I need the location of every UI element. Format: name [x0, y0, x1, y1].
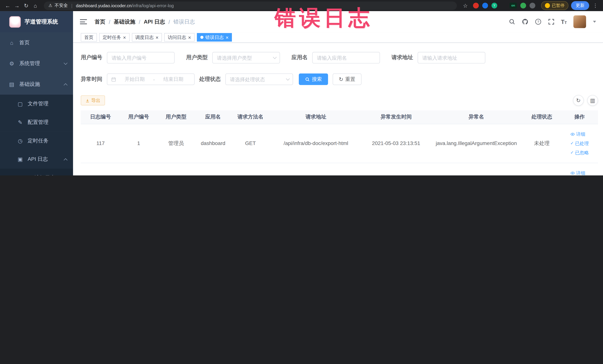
close-icon[interactable]: ×	[226, 35, 229, 40]
tags-view: 首页 定时任务 × 调度日志 × 访问日志 × 错误日志 ×	[73, 32, 603, 43]
col-request-url: 请求地址	[270, 110, 362, 124]
column-settings-button[interactable]: ▥	[587, 95, 598, 106]
sidebar-item-label: 首页	[19, 39, 30, 46]
tab-home[interactable]: 首页	[81, 33, 97, 42]
extension-icon-blue[interactable]	[482, 3, 488, 9]
cell-status: 未处理	[522, 124, 561, 163]
mark-processed-link[interactable]: ✓ 已处理	[570, 139, 589, 148]
tab-access-log[interactable]: 访问日志 ×	[164, 33, 195, 42]
github-icon[interactable]	[522, 19, 528, 25]
operations-cell: 详细 ✓ 已处理 ✓ 已忽略	[561, 124, 598, 163]
extension-icon-green-y[interactable]: Y	[491, 3, 497, 9]
collapse-menu-icon[interactable]	[80, 19, 87, 24]
extension-icon-red[interactable]	[473, 3, 479, 9]
sidebar-item-home[interactable]: ⌂ 首页	[0, 32, 73, 53]
col-exception-time: 异常发生时间	[362, 110, 430, 124]
tab-schedule-log[interactable]: 调度日志 ×	[132, 33, 162, 42]
process-status-select[interactable]	[225, 73, 293, 85]
sidebar: 芋道管理系统 ⌂ 首页 ⚙ 系统管理 ▤ 基础设施 ▢ 文件管理 ✎	[0, 11, 73, 176]
sidebar-item-scheduled-tasks[interactable]: ◷ 定时任务	[0, 132, 73, 150]
exception-time-range-picker[interactable]: 开始日期 - 结束日期	[107, 73, 195, 85]
home-icon: ⌂	[9, 40, 15, 46]
app-name-input[interactable]	[312, 52, 380, 63]
sidebar-item-infrastructure[interactable]: ▤ 基础设施	[0, 74, 73, 94]
mark-ignored-link[interactable]: ✓ 已忽略	[570, 148, 589, 157]
cell-method: GET	[231, 124, 270, 163]
page-url: dashboard.yudao.iocoder.cn/infra/log/api…	[76, 3, 174, 8]
close-icon[interactable]: ×	[188, 35, 191, 40]
breadcrumb-separator: /	[139, 19, 140, 25]
sidebar-item-system-management[interactable]: ⚙ 系统管理	[0, 53, 73, 74]
extensions-cluster: Y on	[473, 3, 535, 9]
extension-icon-grid[interactable]	[501, 3, 506, 8]
cell-exception-name: java.lang.IllegalArgumentException	[430, 124, 522, 163]
back-button[interactable]: ←	[3, 1, 12, 10]
export-button[interactable]: 导出	[81, 95, 105, 106]
logo-rabbit-avatar	[9, 16, 21, 27]
reset-button[interactable]: ↻ 重置	[333, 73, 361, 85]
sidebar-item-file-management[interactable]: ▢ 文件管理	[0, 94, 73, 113]
close-icon[interactable]: ×	[123, 35, 126, 40]
reload-button[interactable]: ↻	[22, 1, 31, 10]
detail-link[interactable]: 详细	[570, 169, 585, 176]
extension-icon-gray[interactable]	[530, 3, 535, 9]
filter-label: 异常时间	[81, 76, 102, 83]
profile-paused-badge[interactable]: 已暂停	[541, 1, 568, 10]
breadcrumb-item[interactable]: 基础设施	[114, 18, 135, 25]
paused-label: 已暂停	[552, 3, 564, 9]
forward-button[interactable]: →	[12, 1, 22, 10]
main-area: 首页 / 基础设施 / API 日志 / 错误日志 ?	[73, 11, 603, 176]
start-date-placeholder[interactable]: 开始日期	[118, 76, 152, 83]
tab-error-log[interactable]: 错误日志 ×	[197, 33, 232, 42]
breadcrumb-item[interactable]: API 日志	[144, 18, 165, 25]
search-button[interactable]: 搜索	[299, 73, 328, 85]
address-bar[interactable]: ⚠ 不安全 | dashboard.yudao.iocoder.cn/infra…	[44, 1, 457, 10]
refresh-table-button[interactable]: ↻	[573, 95, 584, 106]
extension-icon-on-badge[interactable]: on	[510, 3, 517, 9]
tab-label: 错误日志	[205, 34, 224, 41]
close-icon[interactable]: ×	[156, 35, 159, 40]
sidebar-item-label: API 日志	[28, 156, 48, 163]
request-url-input[interactable]	[418, 52, 485, 63]
refresh-icon: ↻	[339, 77, 343, 82]
user-type-select[interactable]	[212, 52, 280, 63]
filter-label: 处理状态	[199, 76, 221, 83]
bookmark-star-icon[interactable]: ☆	[461, 1, 470, 10]
page-content: 用户编号 用户类型 应用名 请求	[73, 43, 603, 176]
breadcrumb-item[interactable]: 首页	[94, 18, 105, 25]
col-status: 处理状态	[522, 110, 561, 124]
col-log-id: 日志编号	[81, 110, 120, 124]
end-date-placeholder[interactable]: 结束日期	[156, 76, 190, 83]
filter-process-status: 处理状态	[199, 73, 293, 85]
tab-scheduled-tasks[interactable]: 定时任务 ×	[99, 33, 129, 42]
user-id-input[interactable]	[107, 52, 175, 63]
security-label[interactable]: 不安全	[55, 3, 68, 9]
detail-link[interactable]: 详细	[570, 130, 585, 138]
browser-chrome-bar: ← → ↻ ⌂ ⚠ 不安全 | dashboard.yudao.iocoder.…	[0, 0, 603, 11]
chrome-menu-icon[interactable]: ⋮	[591, 1, 600, 10]
extension-icon-leaf[interactable]	[520, 3, 526, 9]
app-logo[interactable]: 芋道管理系统	[0, 11, 73, 32]
tab-label: 首页	[84, 34, 93, 41]
font-size-icon[interactable]: TT	[561, 19, 567, 25]
sidebar-item-api-logs[interactable]: ▣ API 日志	[0, 150, 73, 169]
home-button[interactable]: ⌂	[31, 1, 40, 10]
svg-text:?: ?	[537, 20, 539, 24]
eye-icon	[570, 171, 575, 175]
eye-icon	[570, 132, 575, 137]
search-icon[interactable]	[509, 19, 515, 25]
fullscreen-icon[interactable]	[548, 19, 555, 25]
cell-app-name: dashboard	[195, 124, 231, 163]
help-icon[interactable]: ?	[535, 19, 541, 25]
operations-cell: 详细 ✓ 已处理 ✓ 已忽略	[561, 163, 598, 176]
clock-icon: ◷	[17, 138, 23, 144]
filter-request-url: 请求地址	[392, 52, 485, 63]
tab-label: 定时任务	[103, 34, 121, 41]
sidebar-item-access-log[interactable]: ▫ 访问日志	[0, 169, 73, 176]
update-button[interactable]: 更新	[571, 1, 589, 10]
check-icon: ✓	[570, 150, 574, 155]
user-avatar[interactable]	[573, 15, 586, 28]
chevron-up-icon	[64, 158, 68, 162]
avatar-dropdown-caret-icon[interactable]	[593, 21, 596, 23]
sidebar-item-config-management[interactable]: ✎ 配置管理	[0, 113, 73, 132]
